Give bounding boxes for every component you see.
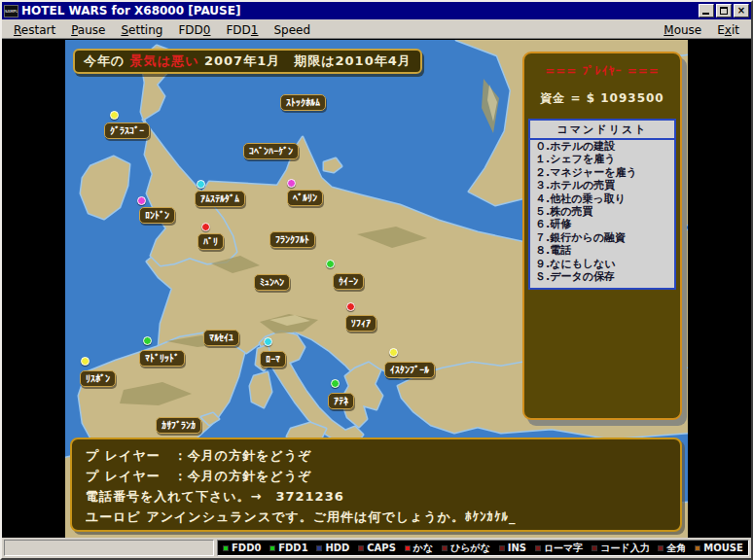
- menu-item-exit[interactable]: Exit: [709, 22, 747, 38]
- city-label[interactable]: ｲｽﾀﾝﾌﾞｰﾙ: [384, 362, 435, 378]
- status-indicator-hdd: HDD: [316, 542, 349, 553]
- command-item[interactable]: ０.ホテルの建設: [530, 140, 674, 153]
- city-label[interactable]: ｳｲｰﾝ: [333, 273, 364, 290]
- status-indicator-mouse: MOUSE: [695, 542, 743, 553]
- message-line: プ レイヤー ：今月の方針をどうぞ: [86, 466, 666, 486]
- city-dot: [331, 379, 340, 388]
- menu-item-pause[interactable]: Pause: [63, 22, 113, 38]
- status-indicator-コード入力: コード入力: [592, 542, 649, 555]
- title-bar: SAMPLE HOTEL WARS for X68000 [PAUSE] ×: [2, 2, 751, 19]
- banner-text: 今年の: [84, 53, 125, 68]
- city-dot: [110, 111, 119, 120]
- city-label[interactable]: ｽﾄｯｸﾎﾙﾑ: [280, 94, 326, 111]
- minimize-button[interactable]: [699, 4, 714, 18]
- city-label[interactable]: ﾌﾗﾝｸﾌﾙﾄ: [269, 231, 315, 248]
- city-label[interactable]: ｺﾍﾟﾝﾊｰｹﾞﾝ: [243, 143, 299, 159]
- led-icon: [316, 545, 322, 551]
- city-label[interactable]: ﾊﾟﾘ: [197, 233, 224, 250]
- status-indicator-ひらがな: ひらがな: [442, 542, 490, 555]
- player-money: 資金 = $ 1093500: [524, 90, 680, 107]
- player-panel-title: === ﾌﾟﾚｲﾔｰ ===: [524, 64, 680, 78]
- led-icon: [499, 545, 505, 551]
- menu-bar: RestartPauseSettingFDD0FDD1Speed MouseEx…: [2, 19, 751, 39]
- city-dot: [197, 180, 205, 189]
- city-label[interactable]: ﾍﾞﾙﾘﾝ: [287, 190, 323, 206]
- city-label[interactable]: ﾘｽﾎﾞﾝ: [80, 370, 116, 387]
- city-label[interactable]: ｱﾃﾈ: [328, 393, 354, 409]
- city-dot: [201, 223, 210, 231]
- command-item[interactable]: ８.電話: [530, 244, 674, 257]
- message-box: プ レイヤー ：今月の方針をどうぞプ レイヤー ：今月の方針をどうぞ電話番号を入…: [70, 438, 682, 532]
- command-item[interactable]: ２.マネジャーを雇う: [530, 166, 674, 179]
- message-line: プ レイヤー ：今月の方針をどうぞ: [86, 445, 666, 466]
- status-indicator-ins: INS: [499, 542, 526, 553]
- command-list: コマンドリスト ０.ホテルの建設１.シェフを雇う２.マネジャーを雇う３.ホテルの…: [528, 119, 676, 290]
- led-icon: [269, 545, 275, 551]
- date-banner: 今年の 景気は悪い 2007年1月 期限は2010年4月: [73, 49, 422, 74]
- city-dot: [287, 179, 296, 188]
- menu-item-restart[interactable]: Restart: [6, 22, 63, 38]
- window-title: HOTEL WARS for X68000 [PAUSE]: [21, 4, 697, 18]
- command-item[interactable]: １.シェフを雇う: [530, 153, 674, 165]
- command-item[interactable]: ５.株の売買: [530, 205, 674, 218]
- app-window: SAMPLE HOTEL WARS for X68000 [PAUSE] × R…: [0, 0, 753, 560]
- player-panel: === ﾌﾟﾚｲﾔｰ === 資金 = $ 1093500 コマンドリスト ０.…: [522, 52, 682, 420]
- menu-item-fdd0[interactable]: FDD0: [170, 22, 218, 38]
- led-icon: [535, 545, 541, 551]
- app-icon[interactable]: SAMPLE: [4, 5, 18, 18]
- led-icon: [592, 545, 597, 551]
- banner-economy-text: 景気は悪い: [130, 53, 199, 68]
- city-label[interactable]: ﾛﾝﾄﾞﾝ: [139, 207, 175, 224]
- status-indicator-ローマ字: ローマ字: [535, 542, 583, 555]
- city-label[interactable]: ﾛｰﾏ: [260, 351, 286, 368]
- city-dot: [326, 260, 335, 268]
- city-dot: [143, 336, 152, 345]
- city-dot: [264, 337, 272, 346]
- menu-item-mouse[interactable]: Mouse: [656, 22, 709, 38]
- city-label[interactable]: ｶｻﾌﾞﾗﾝｶ: [156, 417, 201, 434]
- city-dot: [389, 348, 398, 357]
- message-input-line[interactable]: ユーロピ アンインシュランスです。ご用件は何でしょうか。ﾎｹﾝｶｹﾙ_: [86, 507, 666, 527]
- close-button[interactable]: ×: [734, 4, 749, 18]
- banner-date-text: 2007年1月 期限は2010年4月: [204, 53, 412, 68]
- game-screen: 今年の 景気は悪い 2007年1月 期限は2010年4月 === ﾌﾟﾚｲﾔｰ …: [65, 40, 688, 538]
- command-item[interactable]: ４.他社の乗っ取り: [530, 192, 674, 205]
- led-icon: [695, 545, 700, 551]
- menu-item-speed[interactable]: Speed: [267, 22, 319, 38]
- city-label[interactable]: ﾏﾙｾｲﾕ: [203, 330, 239, 346]
- city-label[interactable]: ｸﾞﾗｽｺﾞｰ: [104, 122, 150, 139]
- command-list-title: コマンドリスト: [530, 121, 674, 140]
- led-icon: [223, 545, 229, 551]
- status-indicator-全角: 全角: [658, 542, 686, 555]
- menu-item-fdd1[interactable]: FDD1: [218, 22, 266, 38]
- message-line: 電話番号を入れて下さい。→ 3721236: [86, 486, 666, 507]
- status-indicator-かな: かな: [405, 542, 433, 555]
- status-indicator-caps: CAPS: [358, 542, 396, 553]
- status-indicator-fdd1: FDD1: [269, 542, 307, 553]
- city-label[interactable]: ｱﾑｽﾃﾙﾀﾞﾑ: [195, 191, 245, 207]
- command-item[interactable]: ９.なにもしない: [530, 258, 674, 270]
- command-item[interactable]: Ｓ.データの保存: [530, 270, 674, 283]
- command-item[interactable]: ６.研修: [530, 218, 674, 230]
- led-icon: [442, 545, 448, 551]
- status-indicator-panel: FDD0FDD1HDDCAPSかなひらがなINSローマ字コード入力全角MOUSE: [217, 540, 749, 556]
- city-dot: [81, 357, 90, 366]
- city-dot: [346, 302, 355, 311]
- led-icon: [658, 545, 663, 551]
- status-indicator-fdd0: FDD0: [223, 542, 261, 553]
- menu-item-setting[interactable]: Setting: [113, 22, 170, 38]
- city-label[interactable]: ﾏﾄﾞﾘｯﾄﾞ: [139, 350, 185, 367]
- led-icon: [405, 545, 411, 551]
- emulator-screen-area: 今年の 景気は悪い 2007年1月 期限は2010年4月 === ﾌﾟﾚｲﾔｰ …: [2, 39, 751, 538]
- command-item[interactable]: ３.ホテルの売買: [530, 179, 674, 192]
- city-label[interactable]: ｿﾌｨｱ: [345, 315, 376, 332]
- command-item[interactable]: ７.銀行からの融資: [530, 231, 674, 244]
- maximize-button[interactable]: [716, 4, 732, 18]
- city-label[interactable]: ﾐｭﾝﾍﾝ: [254, 274, 290, 291]
- city-dot: [137, 196, 146, 205]
- led-icon: [358, 545, 364, 551]
- status-bar: FDD0FDD1HDDCAPSかなひらがなINSローマ字コード入力全角MOUSE: [2, 538, 751, 558]
- status-empty-cell: [4, 540, 214, 556]
